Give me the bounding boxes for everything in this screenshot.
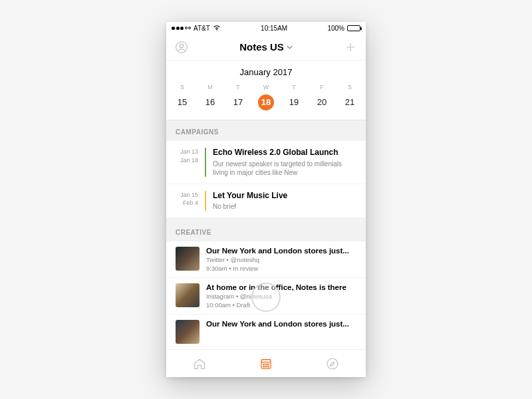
signal-dots-icon [172, 27, 191, 30]
campaign-desc: No brief [213, 202, 356, 211]
creative-title: Our New York and London stores just... [206, 320, 356, 328]
campaign-color-bar [205, 148, 206, 177]
calendar-dow: S [174, 84, 190, 90]
calendar-day[interactable]: 21 [342, 94, 358, 110]
calendar-dow: T [230, 84, 246, 90]
creative-meta: Twitter • @noteshq [206, 256, 356, 263]
creative-title: At home or in the office, Notes is there [206, 283, 356, 291]
battery-pct-label: 100% [327, 25, 344, 32]
touch-indicator-icon [251, 283, 281, 312]
campaign-item[interactable]: Jan 13Jan 18Echo Wireless 2.0 Global Lau… [166, 141, 366, 184]
calendar-day[interactable]: 16 [202, 94, 218, 110]
svg-point-3 [263, 364, 265, 365]
creative-thumbnail [176, 247, 200, 271]
profile-button[interactable] [174, 40, 189, 55]
creative-thumbnail [176, 320, 200, 344]
battery-icon [347, 25, 360, 31]
calendar-day[interactable]: 20 [314, 94, 330, 110]
campaign-item[interactable]: Jan 15Feb 4Let Your Music LiveNo brief [166, 184, 366, 219]
campaign-title: Echo Wireless 2.0 Global Launch [213, 148, 356, 158]
svg-point-6 [263, 366, 265, 367]
campaign-color-bar [205, 191, 206, 211]
creative-item[interactable]: Our New York and London stores just... [166, 315, 366, 349]
svg-point-8 [268, 366, 269, 367]
carrier-label: AT&T [194, 25, 210, 32]
calendar-dow: M [202, 84, 218, 90]
calendar-dow: T [286, 84, 302, 90]
calendar-dow-row: SMTWTFS [174, 84, 358, 90]
nav-title-label: Notes US [239, 41, 284, 53]
creative-item[interactable]: Our New York and London stores just...Tw… [166, 241, 366, 278]
add-button[interactable] [343, 40, 358, 55]
campaign-dates: Jan 13Jan 18 [176, 148, 198, 177]
calendar-week: January 2017 SMTWTFS 15161718192021 [166, 61, 366, 120]
creative-meta2: 10:00am • Draft [206, 301, 356, 309]
creative-meta: Instagram • @notesusa [206, 293, 356, 300]
svg-point-1 [180, 44, 183, 47]
campaign-dates: Jan 15Feb 4 [176, 191, 198, 211]
campaign-desc: Our newest speaker is targeted to millen… [213, 160, 356, 177]
creative-thumbnail [176, 283, 200, 307]
clock-label: 10:15AM [261, 25, 287, 32]
wifi-icon [213, 25, 221, 32]
campaigns-section-header: CAMPAIGNS [166, 120, 366, 141]
calendar-day[interactable]: 15 [174, 94, 190, 110]
creative-section-header: CREATIVE [166, 218, 366, 241]
nav-title-dropdown[interactable]: Notes US [239, 41, 293, 53]
calendar-day-row: 15161718192021 [174, 94, 358, 110]
tab-discover[interactable] [325, 356, 340, 371]
calendar-day[interactable]: 19 [286, 94, 302, 110]
calendar-dow: S [342, 84, 358, 90]
calendar-month-label: January 2017 [174, 67, 358, 77]
tab-bar [166, 349, 366, 377]
chevron-down-icon [287, 43, 293, 51]
calendar-day[interactable]: 17 [230, 94, 246, 110]
calendar-day[interactable]: 18 [258, 94, 274, 110]
svg-point-4 [265, 364, 267, 365]
svg-point-5 [268, 364, 269, 365]
nav-bar: Notes US [166, 34, 366, 61]
calendar-dow: W [258, 84, 274, 90]
status-bar: AT&T 10:15AM 100% [166, 22, 366, 34]
tab-home[interactable] [192, 356, 207, 371]
tab-calendar[interactable] [259, 356, 273, 371]
creative-meta2: 9:30am • In review [206, 265, 356, 272]
campaign-title: Let Your Music Live [213, 191, 356, 201]
svg-point-7 [265, 366, 267, 367]
phone-frame: AT&T 10:15AM 100% Notes US January 2017 … [166, 22, 366, 377]
calendar-dow: F [314, 84, 330, 90]
content-scroll[interactable]: CAMPAIGNS Jan 13Jan 18Echo Wireless 2.0 … [166, 120, 366, 349]
svg-point-9 [327, 358, 338, 369]
creative-title: Our New York and London stores just... [206, 247, 356, 255]
